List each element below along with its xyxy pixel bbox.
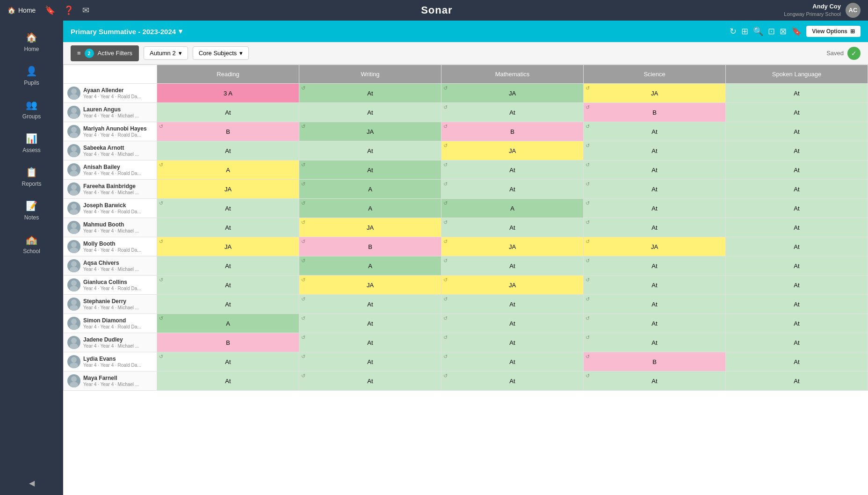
grade-cell[interactable]: ↺JA [157, 237, 299, 256]
grade-cell[interactable]: At [726, 237, 868, 256]
grade-cell[interactable]: ↺At [157, 199, 299, 218]
grade-cell[interactable]: ↺At [157, 352, 299, 371]
grade-cell[interactable]: ↺At [441, 352, 584, 371]
grade-cell[interactable]: At [726, 333, 868, 352]
grade-cell[interactable]: ↺At [441, 314, 584, 333]
student-cell[interactable]: Molly Booth Year 4 · Year 4 · Roald Da..… [64, 237, 157, 256]
student-cell[interactable]: Joseph Barwick Year 4 · Year 4 · Roald D… [64, 199, 157, 218]
grade-cell[interactable]: ↺A [299, 199, 441, 218]
edit-icon[interactable]: ⊡ [768, 26, 775, 36]
sidebar-item-school[interactable]: 🏫 School [0, 227, 63, 261]
student-cell[interactable]: Jadene Dudley Year 4 · Year 4 · Michael … [64, 333, 157, 352]
avatar[interactable]: AC [846, 3, 861, 18]
student-cell[interactable]: Sabeeka Arnott Year 4 · Year 4 · Michael… [64, 141, 157, 160]
grade-cell[interactable]: JA [157, 180, 299, 199]
sidebar-item-reports[interactable]: 📋 Reports [0, 160, 63, 194]
search-icon[interactable]: 🔍 [753, 26, 763, 36]
grade-cell[interactable]: ↺At [584, 199, 726, 218]
grade-cell[interactable]: ↺At [441, 218, 584, 237]
grade-cell[interactable]: At [726, 160, 868, 180]
grade-cell[interactable]: ↺A [441, 199, 584, 218]
grade-cell[interactable]: At [157, 218, 299, 237]
student-cell[interactable]: Stephanie Derry Year 4 · Year 4 · Michae… [64, 295, 157, 314]
grade-cell[interactable]: ↺B [299, 237, 441, 256]
student-cell[interactable]: Mariyah Anunobi Hayes Year 4 · Year 4 · … [64, 122, 157, 141]
grade-cell[interactable]: ↺At [441, 160, 584, 180]
term-dropdown[interactable]: Autumn 2 ▾ [144, 46, 188, 60]
grade-cell[interactable]: ↺JA [299, 276, 441, 295]
mail-icon[interactable]: ✉ [82, 5, 89, 15]
grade-cell[interactable]: At [726, 180, 868, 199]
grade-cell[interactable]: ↺At [441, 333, 584, 352]
subjects-dropdown[interactable]: Core Subjects ▾ [193, 46, 249, 60]
view-options-button[interactable]: View Options ⊞ [806, 26, 861, 37]
grade-cell[interactable]: ↺JA [584, 237, 726, 256]
help-icon[interactable]: ❓ [64, 5, 74, 15]
grade-cell[interactable]: ↺JA [441, 276, 584, 295]
grade-cell[interactable]: ↺At [584, 256, 726, 276]
grade-cell[interactable]: ↺At [441, 180, 584, 199]
grade-cell[interactable]: ↺JA [441, 84, 584, 103]
grade-cell[interactable]: ↺A [299, 180, 441, 199]
expand-icon[interactable]: ⊠ [780, 26, 787, 36]
student-cell[interactable]: Lydia Evans Year 4 · Year 4 · Roald Da..… [64, 352, 157, 371]
grade-cell[interactable]: ↺At [584, 122, 726, 141]
grade-cell[interactable]: ↺At [441, 295, 584, 314]
grade-cell[interactable]: ↺JA [299, 122, 441, 141]
grade-cell[interactable]: ↺At [299, 84, 441, 103]
sidebar-item-home[interactable]: 🏠 Home [0, 25, 63, 59]
grade-cell[interactable]: ↺At [584, 180, 726, 199]
grade-cell[interactable]: ↺At [584, 295, 726, 314]
grade-cell[interactable]: ↺At [584, 314, 726, 333]
student-cell[interactable]: Ayaan Allender Year 4 · Year 4 · Roald D… [64, 84, 157, 103]
bookmark-icon[interactable]: 🔖 [45, 5, 55, 15]
grade-cell[interactable]: At [726, 314, 868, 333]
student-cell[interactable]: Anisah Bailey Year 4 · Year 4 · Roald Da… [64, 160, 157, 180]
grade-cell[interactable]: At [157, 256, 299, 276]
grade-cell[interactable]: At [726, 256, 868, 276]
sidebar-item-pupils[interactable]: 👤 Pupils [0, 59, 63, 93]
grade-cell[interactable]: ↺JA [441, 237, 584, 256]
grade-cell[interactable]: ↺A [157, 314, 299, 333]
grade-cell[interactable]: At [726, 122, 868, 141]
refresh-icon[interactable]: ↻ [730, 26, 737, 36]
grade-cell[interactable]: ↺At [584, 218, 726, 237]
sidebar-item-notes[interactable]: 📝 Notes [0, 194, 63, 227]
grade-cell[interactable]: ↺At [299, 295, 441, 314]
grade-cell[interactable]: ↺At [584, 371, 726, 391]
grade-cell[interactable]: ↺At [584, 333, 726, 352]
sidebar-collapse-button[interactable]: ◀ [0, 471, 63, 495]
grade-cell[interactable]: ↺A [157, 160, 299, 180]
grade-cell[interactable]: ↺B [157, 122, 299, 141]
grade-cell[interactable]: At [157, 295, 299, 314]
student-cell[interactable]: Lauren Angus Year 4 · Year 4 · Michael .… [64, 103, 157, 122]
grade-cell[interactable]: ↺At [299, 371, 441, 391]
grade-cell[interactable]: ↺JA [299, 218, 441, 237]
student-cell[interactable]: Simon Diamond Year 4 · Year 4 · Roald Da… [64, 314, 157, 333]
grade-cell[interactable]: At [299, 141, 441, 160]
grade-cell[interactable]: B [157, 333, 299, 352]
grade-cell[interactable]: At [726, 352, 868, 371]
grade-cell[interactable]: ↺JA [584, 84, 726, 103]
student-cell[interactable]: Gianluca Collins Year 4 · Year 4 · Roald… [64, 276, 157, 295]
grade-cell[interactable]: At [299, 103, 441, 122]
grade-cell[interactable]: ↺At [584, 160, 726, 180]
grade-cell[interactable]: ↺At [441, 103, 584, 122]
sidebar-item-assess[interactable]: 📊 Assess [0, 126, 63, 160]
grade-cell[interactable]: At [726, 103, 868, 122]
grade-cell[interactable]: ↺At [584, 276, 726, 295]
grade-cell[interactable]: At [157, 141, 299, 160]
student-cell[interactable]: Fareeha Bainbridge Year 4 · Year 4 · Mic… [64, 180, 157, 199]
grade-cell[interactable]: ↺At [441, 371, 584, 391]
grade-cell[interactable]: ↺At [299, 333, 441, 352]
grade-cell[interactable]: 3 A [157, 84, 299, 103]
grade-cell[interactable]: ↺At [584, 141, 726, 160]
grade-cell[interactable]: At [726, 295, 868, 314]
grade-cell[interactable]: At [726, 199, 868, 218]
sidebar-item-groups[interactable]: 👥 Groups [0, 93, 63, 126]
grade-cell[interactable]: At [726, 84, 868, 103]
grade-cell[interactable]: ↺B [584, 352, 726, 371]
save-icon[interactable]: 🔖 [791, 26, 802, 36]
student-cell[interactable]: Mahmud Booth Year 4 · Year 4 · Michael .… [64, 218, 157, 237]
grade-cell[interactable]: ↺At [157, 276, 299, 295]
